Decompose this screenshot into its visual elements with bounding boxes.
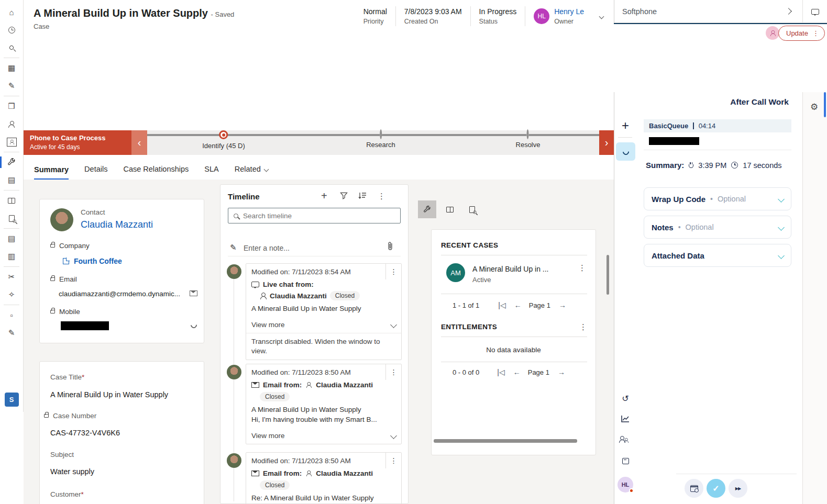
sidebar-item-activities[interactable]: ✎	[0, 77, 24, 95]
timeline-sort-icon[interactable]	[358, 192, 367, 199]
panel-scrollbar[interactable]	[824, 92, 826, 117]
wrap-up-code-accordion[interactable]: Wrap Up Code• Optional	[644, 187, 791, 210]
tab-search-tool[interactable]	[463, 200, 481, 218]
sidebar-item-knowledge-base[interactable]: ▥	[0, 248, 24, 265]
skip-acw-button[interactable]: ▶▶	[729, 479, 747, 498]
enter-note-field[interactable]: Enter a note...	[244, 244, 290, 252]
created-on-field: 7/8/2023 9:03 AM Created On	[395, 6, 470, 26]
sidebar-item-pinned[interactable]	[0, 39, 24, 57]
tab-summary[interactable]: Summary	[34, 165, 69, 180]
entry-kebab-icon[interactable]: ⋮	[385, 264, 401, 279]
timeline-entry[interactable]: Modified on: 7/11/2023 8:54 AM ⋮ Live ch…	[246, 263, 402, 360]
timeline-add-icon[interactable]: +	[321, 190, 327, 202]
tab-sla[interactable]: SLA	[204, 165, 218, 180]
area-switcher[interactable]: S	[5, 393, 19, 407]
softphone-panel-label: Softphone	[622, 7, 657, 16]
timeline-filter-icon[interactable]	[340, 192, 348, 199]
timeline-kebab-icon[interactable]: ⋮	[378, 192, 385, 201]
bpf-next-stage-chevron[interactable]: ›	[599, 130, 614, 155]
complete-acw-button[interactable]: ✓	[707, 479, 725, 498]
schedule-callback-button[interactable]	[685, 479, 703, 498]
tab-case-relationships[interactable]: Case Relationships	[123, 165, 189, 180]
sidebar-item-templates[interactable]: ▫	[0, 306, 24, 324]
sidebar-item-home[interactable]: ⌂	[0, 3, 24, 21]
update-menu-kebab-icon[interactable]: ⋮	[812, 29, 819, 37]
timeline-entry[interactable]: Modified on: 7/11/2023 8:50 AM ⋮ Email f…	[246, 364, 402, 444]
priority-field: Normal Priority	[355, 6, 395, 26]
knowledge-articles-icon	[8, 198, 15, 204]
notes-accordion[interactable]: Notes• Optional	[644, 216, 791, 239]
contacts-person-icon	[8, 121, 15, 128]
subject-value[interactable]: Water supply	[50, 467, 94, 476]
recent-case-kebab-icon[interactable]: ⋮	[578, 263, 586, 273]
session-history-icon[interactable]: ↺	[614, 394, 636, 404]
tab-knowledge-tool[interactable]	[440, 200, 459, 218]
first-page-icon[interactable]: |◁	[497, 368, 504, 376]
sidebar-item-queues[interactable]: ▤	[0, 171, 24, 189]
main-vertical-scrollbar[interactable]	[607, 255, 609, 295]
status-label: Status	[479, 18, 517, 25]
entry-modified-on: Modified on: 7/11/2023 8:50 AM	[251, 368, 351, 376]
next-page-icon[interactable]: →	[559, 301, 566, 309]
sidebar-item-entitlements[interactable]: ✎	[0, 324, 24, 342]
bpf-stage-resolve[interactable]: Resolve	[516, 130, 541, 149]
sidebar-item-connections[interactable]: ✂	[0, 268, 24, 286]
first-page-icon[interactable]: |◁	[498, 301, 505, 309]
tab-related-tool[interactable]	[418, 200, 436, 218]
sidebar-item-knowledge-articles[interactable]	[0, 192, 24, 209]
view-more-button[interactable]: View more	[246, 428, 401, 444]
productivity-settings-icon[interactable]: ⚙	[810, 102, 818, 113]
bpf-stage-research[interactable]: Research	[366, 130, 395, 149]
email-value[interactable]: claudiamazzanti@crmdemo.dynamic...	[59, 290, 180, 298]
horizontal-scrollbar[interactable]	[434, 439, 577, 443]
previous-page-icon[interactable]: ←	[514, 301, 522, 309]
agents-people-icon[interactable]	[614, 435, 636, 445]
company-value[interactable]: Fourth Coffee	[63, 257, 122, 265]
collapse-panel-chevron-icon[interactable]	[785, 8, 792, 15]
attach-paperclip-icon[interactable]	[387, 241, 393, 251]
insights-chart-icon[interactable]	[614, 415, 636, 422]
priority-value: Normal	[363, 7, 387, 16]
sidebar-item-social-profiles[interactable]	[0, 133, 24, 151]
call-phone-icon[interactable]	[191, 322, 197, 330]
book-icon	[446, 207, 454, 212]
browser-profile-avatar[interactable]	[766, 26, 779, 40]
status-badge: Closed	[260, 392, 290, 401]
entitlements-kebab-icon[interactable]: ⋮	[579, 322, 587, 332]
conversations-icon[interactable]	[811, 9, 819, 15]
owner-field[interactable]: HL Henry Le Owner	[525, 6, 592, 26]
attached-data-accordion[interactable]: Attached Data	[644, 244, 791, 267]
send-email-icon[interactable]	[190, 290, 197, 298]
entry-kebab-icon[interactable]: ⋮	[385, 453, 401, 468]
recent-case-title[interactable]: A Mineral Build Up in ...	[472, 265, 549, 273]
header-more-chevron-icon[interactable]	[599, 14, 604, 19]
sidebar-item-recent[interactable]	[0, 21, 24, 39]
timeline-search-input[interactable]	[243, 212, 395, 220]
sidebar-item-products[interactable]: ✧	[0, 286, 24, 304]
sidebar-item-cases[interactable]	[0, 153, 24, 171]
browser-update-button[interactable]: Update ⋮	[778, 26, 825, 41]
notes-card-icon[interactable]	[614, 457, 636, 466]
tab-related[interactable]: Related	[235, 165, 268, 180]
agent-presence-avatar[interactable]: HL	[618, 477, 633, 492]
tab-details[interactable]: Details	[84, 165, 107, 180]
previous-page-icon[interactable]: ←	[513, 368, 521, 376]
softphone-new-session-icon[interactable]: +	[619, 118, 632, 133]
sidebar-item-accounts[interactable]: ❒	[0, 97, 24, 115]
active-call-session-button[interactable]	[616, 142, 635, 161]
view-more-button[interactable]: View more	[246, 317, 401, 333]
next-page-icon[interactable]: →	[558, 368, 565, 376]
contact-name-link[interactable]: Claudia Mazzanti	[81, 219, 153, 230]
bpf-previous-stage-chevron[interactable]: ‹	[131, 130, 147, 155]
entry-kebab-icon[interactable]: ⋮	[385, 364, 401, 380]
bpf-stage-identify[interactable]: Identify (45 D)	[202, 130, 245, 150]
case-title-value[interactable]: A Mineral Build Up in Water Supply	[50, 390, 168, 399]
case-number-value[interactable]: CAS-47732-V4V6K6	[50, 429, 120, 437]
sidebar-item-article-templates[interactable]: ▤	[0, 230, 24, 248]
softphone-panel: After Call Work + ↺ HL BasicQueue 04:14 …	[614, 92, 802, 504]
timeline-entry[interactable]: Modified on: 7/11/2023 8:50 AM ⋮ Email f…	[246, 452, 402, 504]
sidebar-item-dashboards[interactable]: ▦	[0, 59, 24, 77]
sidebar-item-knowledge-search[interactable]	[0, 209, 24, 227]
case-title-label: Case Title*	[50, 373, 84, 381]
sidebar-item-contacts[interactable]	[0, 115, 24, 133]
